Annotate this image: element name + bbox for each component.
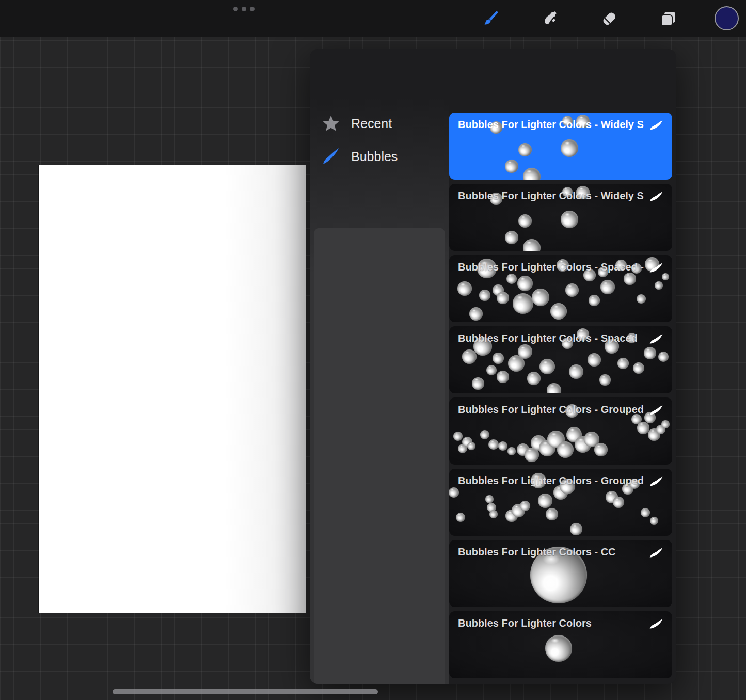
bubble-sphere	[588, 353, 601, 367]
bubble-sphere	[589, 295, 600, 306]
horizontal-scrollbar[interactable]	[113, 689, 378, 694]
brush-signature-icon	[649, 548, 663, 558]
brush-label: Bubbles For Lighter Colors - CC	[458, 546, 616, 558]
brush-signature-icon	[649, 334, 663, 344]
bubble-sphere	[523, 168, 541, 180]
bubble-sphere	[480, 430, 489, 439]
bubble-sphere	[518, 214, 532, 228]
brush-library-panel: Brush Library Recent Bubbles Bub	[310, 49, 676, 684]
bubble-sphere	[513, 293, 533, 314]
eraser-icon	[599, 9, 619, 28]
bubble-sphere	[641, 508, 650, 517]
bubble-sphere	[565, 283, 579, 297]
bubble-sphere	[633, 362, 644, 374]
bubble-sphere	[489, 510, 498, 518]
bubble-sphere	[479, 290, 490, 301]
active-color-button[interactable]	[715, 6, 739, 30]
bubble-sphere	[658, 352, 669, 362]
bubble-sphere	[561, 211, 578, 228]
brush-label: Bubbles For Lighter Colors - Widely Spac…	[458, 190, 644, 202]
bubble-sphere	[486, 365, 497, 375]
bubble-sphere	[599, 374, 611, 386]
bubble-sphere	[637, 422, 649, 434]
brush-item[interactable]: Bubbles For Lighter Colors - Widely Spac…	[449, 113, 672, 180]
bubble-sphere	[520, 501, 530, 511]
smudge-tool-button[interactable]	[538, 7, 561, 30]
bubble-sphere	[506, 274, 517, 284]
brush-signature-icon	[649, 619, 663, 629]
bubble-sphere	[624, 273, 636, 285]
brush-item[interactable]: Bubbles For Lighter Colors - CC	[449, 540, 672, 607]
star-icon	[322, 115, 340, 132]
bubble-sphere	[488, 439, 499, 450]
bubble-sphere	[637, 294, 646, 304]
bubble-sphere	[539, 359, 555, 374]
brush-item[interactable]: Bubbles For Lighter Colors - Grouped - C…	[449, 397, 672, 465]
brush-item[interactable]: Bubbles For Lighter Colors	[449, 611, 672, 678]
bubble-sphere	[594, 443, 608, 456]
bubble-sphere	[498, 441, 507, 451]
bubble-sphere	[547, 383, 561, 394]
bubble-sphere	[538, 494, 552, 508]
brush-stroke-icon	[322, 148, 340, 165]
brush-tool-button[interactable]	[479, 7, 502, 30]
eraser-tool-button[interactable]	[598, 7, 621, 30]
brush-label: Bubbles For Lighter Colors - Grouped	[458, 475, 644, 487]
brush-list: Bubbles For Lighter Colors - Widely Spac…	[449, 113, 672, 682]
sidebar-item-bubbles[interactable]: Bubbles	[310, 142, 449, 171]
brush-signature-icon	[649, 405, 663, 416]
bubble-sphere	[661, 420, 670, 428]
bubble-sphere	[557, 441, 574, 458]
procreate-app: Brush Library Recent Bubbles Bub	[0, 0, 746, 700]
bubble-sphere	[518, 344, 532, 359]
bubble-sphere	[467, 442, 475, 450]
brush-label: Bubbles For Lighter Colors - Spaced - CC	[458, 261, 644, 273]
bubble-sphere	[497, 371, 509, 383]
top-toolbar	[0, 0, 746, 37]
bubble-sphere	[457, 281, 472, 296]
bubble-sphere	[569, 364, 583, 379]
sidebar-item-recent[interactable]: Recent	[310, 109, 449, 138]
bubble-sphere	[453, 432, 463, 441]
bubble-sphere	[570, 523, 582, 535]
bubble-sphere	[550, 303, 567, 320]
bubble-sphere	[518, 143, 532, 156]
brush-label: Bubbles For Lighter Colors - Widely Spac…	[458, 119, 644, 131]
bubble-sphere	[485, 495, 494, 503]
brush-item[interactable]: Bubbles For Lighter Colors - Grouped	[449, 469, 672, 536]
bubble-sphere	[497, 292, 509, 304]
bubble-sphere	[493, 353, 504, 364]
layers-button[interactable]	[657, 7, 679, 30]
sidebar-item-label: Recent	[351, 116, 392, 131]
brush-set-dropzone[interactable]	[314, 228, 445, 684]
bubble-sphere	[655, 281, 663, 290]
brush-set-sidebar: Recent Bubbles	[310, 99, 449, 684]
layers-icon	[658, 9, 678, 28]
brush-label: Bubbles For Lighter Colors - Spaced	[458, 332, 638, 344]
brush-label: Bubbles For Lighter Colors	[458, 617, 592, 629]
smudge-icon	[540, 9, 560, 28]
bubble-sphere	[517, 276, 533, 291]
bubble-sphere	[545, 635, 572, 662]
bubble-sphere	[523, 239, 541, 251]
bubble-sphere	[449, 487, 459, 498]
bubble-sphere	[472, 377, 484, 390]
bubble-sphere	[644, 347, 656, 359]
bubble-sphere	[532, 289, 549, 306]
canvas-page[interactable]	[39, 165, 306, 613]
brush-label: Bubbles For Lighter Colors - Grouped - C…	[458, 404, 644, 416]
brush-signature-icon	[649, 263, 663, 273]
brush-item[interactable]: Bubbles For Lighter Colors - Widely Spac…	[449, 184, 672, 251]
bubble-sphere	[507, 447, 516, 455]
bubble-sphere	[456, 513, 465, 522]
bubble-sphere	[527, 372, 541, 385]
brush-item[interactable]: Bubbles For Lighter Colors - Spaced	[449, 326, 672, 393]
canvas-options-dots[interactable]	[233, 7, 255, 11]
brush-icon	[481, 9, 500, 28]
bubble-sphere	[546, 508, 558, 520]
bubble-sphere	[505, 160, 518, 173]
brush-item[interactable]: Bubbles For Lighter Colors - Spaced - CC	[449, 255, 672, 322]
bubble-sphere	[600, 280, 615, 294]
bubble-sphere	[650, 517, 658, 525]
bubble-sphere	[469, 307, 483, 321]
